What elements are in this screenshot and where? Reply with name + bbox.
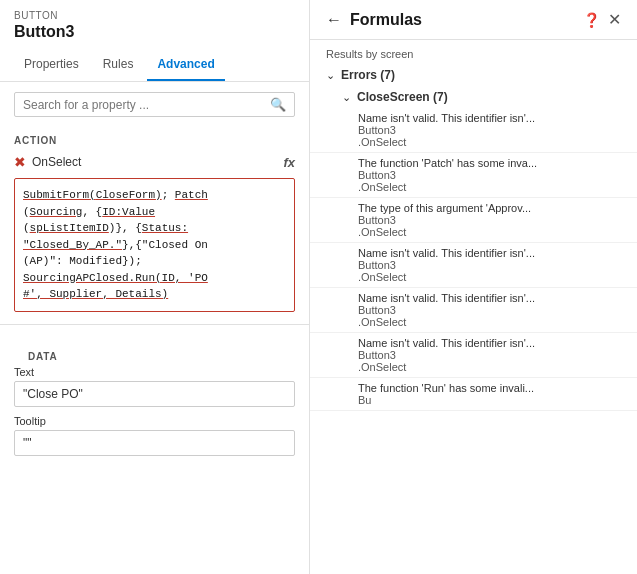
property-search-bar: 🔍	[14, 92, 295, 117]
error-text: Name isn't valid. This identifier isn'..…	[358, 337, 589, 349]
formula-list: ⌄ Errors (7) ⌄ CloseScreen (7) Name isn'…	[310, 64, 637, 574]
results-label: Results by screen	[310, 40, 637, 64]
error-text: The type of this argument 'Approv...	[358, 202, 589, 214]
element-type: BUTTON	[0, 0, 309, 21]
error-text: Name isn't valid. This identifier isn'..…	[358, 247, 589, 259]
errors-chevron-icon: ⌄	[326, 69, 335, 82]
error-text: Name isn't valid. This identifier isn'..…	[358, 112, 589, 124]
list-item[interactable]: Name isn't valid. This identifier isn'..…	[310, 243, 637, 288]
error-meta: Button3 .OnSelect	[358, 259, 589, 283]
data-section-label: DATA	[14, 343, 295, 366]
list-item[interactable]: The function 'Run' has some invali... Bu	[310, 378, 637, 411]
errors-group-header[interactable]: ⌄ Errors (7)	[310, 64, 637, 86]
tooltip-field-label: Tooltip	[14, 415, 295, 427]
formulas-title: Formulas	[350, 11, 575, 29]
code-submit: SubmitForm(CloseForm)	[23, 189, 162, 201]
divider	[0, 324, 309, 325]
closescreen-subgroup-header[interactable]: ⌄ CloseScreen (7)	[310, 86, 637, 108]
error-meta: Button3 .OnSelect	[358, 169, 589, 193]
close-button[interactable]: ✕	[608, 10, 621, 29]
list-item[interactable]: The type of this argument 'Approv... But…	[310, 198, 637, 243]
tooltip-field-input[interactable]	[14, 430, 295, 456]
error-meta: Bu	[358, 394, 589, 406]
text-field-group: Text	[14, 366, 295, 407]
error-text: Name isn't valid. This identifier isn'..…	[358, 292, 589, 304]
error-text: The function 'Patch' has some inva...	[358, 157, 589, 169]
list-item[interactable]: The function 'Patch' has some inva... Bu…	[310, 153, 637, 198]
element-name: Button3	[0, 21, 309, 49]
on-select-label: OnSelect	[32, 155, 81, 169]
list-item[interactable]: Name isn't valid. This identifier isn'..…	[310, 333, 637, 378]
list-item[interactable]: Name isn't valid. This identifier isn'..…	[310, 108, 637, 153]
code-editor[interactable]: SubmitForm(CloseForm); Patch (Sourcing, …	[14, 178, 295, 312]
tooltip-field-group: Tooltip	[14, 415, 295, 456]
error-meta: Button3 .OnSelect	[358, 304, 589, 328]
error-meta: Button3 .OnSelect	[358, 214, 589, 238]
right-panel: ← Formulas ❓ ✕ Results by screen ⌄ Error…	[310, 0, 637, 574]
tabs-bar: Properties Rules Advanced	[0, 49, 309, 82]
tab-advanced[interactable]: Advanced	[147, 49, 224, 81]
action-section-label: ACTION	[0, 127, 309, 150]
search-input[interactable]	[23, 98, 270, 112]
code-patch: Patch	[175, 189, 208, 201]
closescreen-chevron-icon: ⌄	[342, 91, 351, 104]
text-field-input[interactable]	[14, 381, 295, 407]
errors-group-title: Errors (7)	[341, 68, 395, 82]
help-icon[interactable]: ❓	[583, 12, 600, 28]
tab-rules[interactable]: Rules	[93, 49, 144, 81]
error-text: The function 'Run' has some invali...	[358, 382, 589, 394]
tab-properties[interactable]: Properties	[14, 49, 89, 81]
left-panel: BUTTON Button3 Properties Rules Advanced…	[0, 0, 310, 574]
data-section: DATA Text Tooltip	[0, 333, 309, 468]
formulas-header: ← Formulas ❓ ✕	[310, 0, 637, 40]
back-button[interactable]: ←	[326, 11, 342, 29]
error-meta: Button3 .OnSelect	[358, 124, 589, 148]
list-item[interactable]: Name isn't valid. This identifier isn'..…	[310, 288, 637, 333]
search-icon: 🔍	[270, 97, 286, 112]
error-icon: ✖	[14, 154, 26, 170]
text-field-label: Text	[14, 366, 295, 378]
closescreen-group-title: CloseScreen (7)	[357, 90, 448, 104]
on-select-row: ✖ OnSelect fx	[0, 150, 309, 174]
error-meta: Button3 .OnSelect	[358, 349, 589, 373]
fx-icon[interactable]: fx	[283, 155, 295, 170]
